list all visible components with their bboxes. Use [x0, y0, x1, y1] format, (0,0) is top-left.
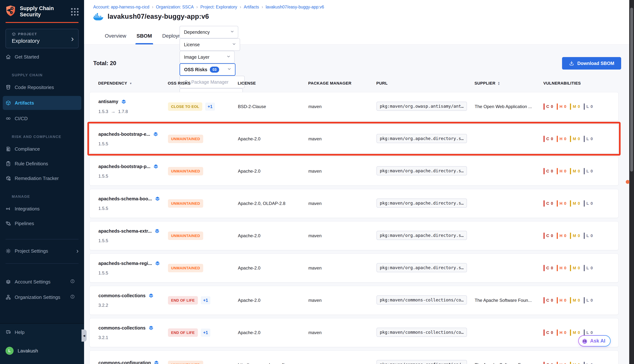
scrollbar[interactable] — [629, 0, 634, 364]
scrollbar-thumb[interactable] — [630, 8, 633, 172]
dependency-version: 1.5.5 — [98, 206, 108, 211]
divider — [6, 239, 79, 240]
table-row[interactable]: apacheds-schema-boo...1.5.5UNMAINTAINEDA… — [89, 189, 618, 218]
tab-sbom[interactable]: SBOM — [137, 28, 152, 44]
tab-overview[interactable]: Overview — [105, 28, 126, 44]
filter-select-image-layer[interactable]: Image Layer — [180, 51, 235, 63]
sidebar-item-label: Organization Settings — [15, 294, 60, 300]
more-risks-badge[interactable]: +1 — [201, 328, 210, 337]
sidebar-item-code-repositories[interactable]: Code Repositories — [3, 81, 81, 94]
vuln-low-bar — [584, 136, 585, 142]
user-menu[interactable]: L Lavakush — [6, 347, 38, 355]
sidebar-item-help[interactable]: ? Help — [3, 326, 81, 338]
purl-value[interactable]: pkg:maven/org.apache.directory.s… — [376, 263, 467, 272]
module-grid-icon[interactable] — [71, 8, 79, 16]
vuln-low-count: L0 — [584, 104, 593, 110]
dependency-name[interactable]: commons-collections — [98, 325, 146, 330]
sidebar-item-artifacts[interactable]: Artifacts — [3, 96, 81, 110]
dependency-name[interactable]: commons-configuration — [98, 360, 151, 364]
more-risks-badge[interactable]: +1 — [201, 296, 210, 304]
sidebar-collapse-handle[interactable]: ◀ — [82, 330, 87, 342]
purl-value[interactable]: pkg:maven/org.owasp.antisamy/ant… — [376, 102, 467, 111]
breadcrumb-link[interactable]: lavakush07/easy-buggy-app:v6 — [266, 4, 324, 10]
vuln-high-bar — [557, 297, 558, 304]
dependency-name[interactable]: commons-collections — [98, 293, 146, 298]
dependency-version: 1.5.5 — [98, 174, 108, 179]
breadcrumb-link[interactable]: Account: app-harness-ng-cicd — [93, 4, 149, 10]
column-header-dependency[interactable]: DEPENDENCY▼ — [98, 81, 168, 86]
vuln-medium-bar — [570, 104, 571, 110]
sidebar-item-account-settings[interactable]: Account Settings — [3, 276, 81, 288]
column-header-supplier[interactable]: SUPPLIER▲▼ — [474, 81, 543, 86]
dependency-name[interactable]: apacheds-schema-regi... — [98, 261, 152, 266]
vuln-medium-bar — [570, 136, 571, 142]
vuln-critical-count: C0 — [543, 330, 553, 336]
table-row[interactable]: apacheds-bootstrap-p...1.5.5UNMAINTAINED… — [89, 157, 618, 186]
filter-select-oss-risks[interactable]: OSS Risks03 — [180, 63, 236, 76]
purl-value[interactable]: pkg:maven/commons-collections/co… — [376, 296, 467, 304]
dependency-version: 3.2.2 — [98, 303, 108, 308]
table-row[interactable]: apacheds-schema-extr...1.5.5UNMAINTAINED… — [89, 221, 618, 250]
table-row[interactable]: commons-configurationUNMAINTAINEDhttp://… — [89, 350, 618, 364]
breadcrumb-link[interactable]: Artifacts — [244, 4, 259, 10]
license-cell: Apache-2.0 — [238, 298, 308, 303]
table-row[interactable]: apacheds-schema-regi...1.5.5UNMAINTAINED… — [89, 254, 618, 282]
sidebar-item-pipelines[interactable]: Pipelines — [3, 218, 81, 230]
package-manager-cell: maven — [308, 266, 376, 270]
sidebar-item-integrations[interactable]: Integrations — [3, 203, 81, 215]
app-logo-row: Supply Chain Security — [0, 0, 84, 18]
vuln-low-count: L0 — [584, 168, 593, 174]
chevron-down-icon — [232, 42, 236, 46]
table-row[interactable]: commons-collections3.2.2END OF LIFE+1Apa… — [89, 286, 618, 315]
purl-value[interactable]: pkg:maven/org.apache.directory.s… — [376, 166, 467, 176]
column-header-license[interactable]: LICENSE — [238, 81, 308, 86]
dependency-name[interactable]: apacheds-schema-boo... — [98, 196, 152, 202]
oss-risks-cell: UNMAINTAINED — [168, 167, 238, 176]
sidebar-item-ci-cd[interactable]: CI/CD — [3, 112, 81, 124]
filter-select-license[interactable]: License — [180, 38, 240, 51]
column-header-package-manager[interactable]: PACKAGE MANAGER — [308, 81, 376, 86]
chevron-down-icon — [227, 66, 232, 71]
more-risks-badge[interactable]: +1 — [205, 102, 215, 111]
box-wrench-icon — [6, 176, 11, 181]
filter-select-dependency[interactable]: Dependency — [180, 26, 238, 38]
page-title: lavakush07/easy-buggy-app:v6 — [108, 13, 209, 20]
vuln-medium-count: M0 — [570, 233, 580, 239]
sidebar-item-get-started[interactable]: Get Started — [3, 51, 81, 63]
vulnerabilities-cell: C0H0M0L0 — [543, 200, 618, 206]
sidebar-item-project-settings[interactable]: Project Settings› — [3, 245, 81, 257]
table-row[interactable]: commons-collections3.2.1END OF LIFE+1Apa… — [89, 318, 618, 347]
supplier-cell: The Open Web Application ... — [475, 104, 543, 109]
table-row[interactable]: antisamy1.5.3→1.7.8CLOSE TO EOL+1BSD-2-C… — [89, 92, 618, 121]
table-row[interactable]: apacheds-bootstrap-e...1.5.5UNMAINTAINED… — [89, 124, 618, 154]
project-selector[interactable]: PROJECT Exploratory › — [6, 29, 79, 48]
dependency-name[interactable]: apacheds-bootstrap-p... — [98, 164, 150, 169]
download-sbom-button[interactable]: Download SBOM — [562, 57, 621, 70]
ask-ai-button[interactable]: Ask AI — [578, 335, 611, 346]
sidebar-item-rule-definitions[interactable]: Rule Definitions — [3, 158, 81, 170]
purl-value[interactable]: pkg:maven/commons-collections/co… — [376, 328, 467, 337]
purl-value[interactable]: pkg:maven/commons-configuration/… — [376, 360, 467, 364]
risk-badge: UNMAINTAINED — [168, 199, 203, 208]
sidebar-item-organization-settings[interactable]: Organization Settings — [3, 291, 81, 303]
breadcrumb-link[interactable]: Project: Exploratory — [200, 4, 237, 10]
sidebar-section-label: RISK AND COMPLIANCE — [12, 133, 84, 140]
dependency-name[interactable]: apacheds-schema-extr... — [98, 228, 152, 234]
purl-value[interactable]: pkg:maven/org.apache.directory.s… — [376, 231, 467, 240]
purl-value[interactable]: pkg:maven/org.apache.directory.s… — [376, 134, 467, 143]
column-header-purl[interactable]: PURL — [376, 81, 474, 86]
page-header: Account: app-harness-ng-cicd›Organizatio… — [84, 0, 634, 44]
vuln-low-bar — [584, 200, 585, 206]
breadcrumb-link[interactable]: Organization: SSCA — [156, 4, 194, 10]
sidebar-item-compliance[interactable]: Compliance — [3, 143, 81, 155]
purl-value[interactable]: pkg:maven/org.apache.directory.s… — [376, 198, 467, 208]
column-header-vulnerabilities[interactable]: VULNERABILITIES — [543, 81, 618, 86]
vuln-critical-bar — [543, 265, 545, 271]
sidebar-footer: ? Help L Lavakush — [0, 323, 84, 364]
dependency-name[interactable]: antisamy — [98, 99, 118, 104]
sidebar-item-remediation-tracker[interactable]: Remediation Tracker — [3, 172, 81, 184]
dependency-name[interactable]: apacheds-bootstrap-e... — [98, 132, 150, 137]
vulnerabilities-cell: C0H0M0L0 — [543, 330, 618, 336]
sort-desc-icon: ▼ — [129, 82, 132, 85]
column-header-oss-risks[interactable]: OSS RISKS — [168, 81, 238, 86]
